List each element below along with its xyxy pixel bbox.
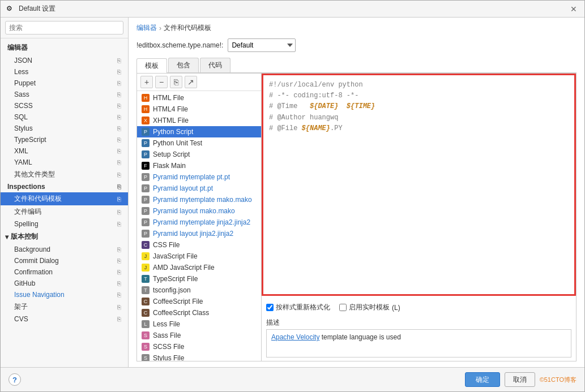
py-icon: P [142, 128, 150, 136]
sidebar-item-stylus[interactable]: Stylus⎘ [1, 123, 128, 134]
template-item-python-unit-test[interactable]: P Python Unit Test [137, 137, 261, 149]
remove-template-button[interactable]: − [155, 76, 168, 88]
template-item-pyramid-layout-mako[interactable]: P Pyramid layout mako.mako [137, 205, 261, 217]
breadcrumb-parent[interactable]: 编辑器 [136, 23, 157, 33]
close-button[interactable]: ✕ [569, 4, 579, 14]
apache-velocity-link[interactable]: Apache Velocity [271, 333, 319, 341]
sidebar-item-scss[interactable]: SCSS⎘ [1, 100, 128, 111]
ts-icon: T [142, 275, 150, 283]
template-item-setup-script[interactable]: P Setup Script [137, 149, 261, 160]
copy-icon-sql: ⎘ [117, 114, 121, 120]
html-icon: H [142, 94, 150, 102]
add-template-button[interactable]: + [140, 76, 153, 88]
realtime-checkbox-label[interactable]: 启用实时模板 (L) [339, 303, 400, 312]
template-item-javascript-file[interactable]: J JavaScript File [137, 251, 261, 262]
realtime-shortcut: (L) [392, 304, 400, 312]
sidebar-section-editor: 编辑器 [1, 41, 128, 55]
template-list: H HTML File H HTML4 File X XHTML File [137, 91, 261, 361]
template-item-pyramid-layout-pt[interactable]: P Pyramid layout pt.pt [137, 183, 261, 194]
sidebar-item-cvs[interactable]: CVS⎘ [1, 313, 128, 325]
bottom-bar: ? 确定 取消 ©51CTO博客 [1, 367, 584, 391]
description-text: template language is used [319, 333, 400, 341]
copy-icon-scss: ⎘ [117, 102, 121, 109]
scheme-label: !editbox.scheme.type.name!: [136, 41, 223, 49]
sidebar-item-background[interactable]: Background⎘ [1, 244, 128, 255]
coffee-icon-1: C [142, 298, 150, 305]
sidebar-section-version-control[interactable]: ▾ 版本控制 [1, 230, 128, 244]
copy-icon-stylus: ⎘ [117, 125, 121, 132]
template-item-html4-file[interactable]: H HTML4 File [137, 104, 261, 115]
export-template-button[interactable]: ↗ [185, 76, 197, 88]
sidebar-item-file-code-templates[interactable]: 文件和代码模板⎘ [1, 192, 128, 205]
sidebar-item-sql[interactable]: SQL⎘ [1, 111, 128, 123]
template-item-stylus-file[interactable]: S Stylus File [137, 352, 261, 361]
cancel-button[interactable]: 取消 [505, 372, 535, 387]
breadcrumb: 编辑器 › 文件和代码模板 [136, 23, 577, 33]
copy-icon-fct: ⎘ [117, 196, 121, 203]
template-list-panel: + − ⎘ ↗ H HTML File H HTML4 File [137, 74, 262, 361]
search-input[interactable] [5, 21, 123, 35]
code-line-4: # @Author huangwq [269, 113, 569, 123]
realtime-checkbox[interactable] [339, 304, 347, 311]
help-button[interactable]: ? [8, 373, 21, 386]
ok-button[interactable]: 确定 [465, 372, 500, 387]
template-item-flask-main[interactable]: F Flask Main [137, 160, 261, 171]
template-toolbar: + − ⎘ ↗ [137, 74, 261, 91]
template-item-python-script[interactable]: P Python Script [137, 126, 261, 137]
template-item-pyramid-layout-jinja2[interactable]: P Pyramid layout jinja2.jinja2 [137, 228, 261, 239]
copy-icon-other: ⎘ [117, 171, 121, 178]
template-item-typescript-file[interactable]: T TypeScript File [137, 273, 261, 285]
sidebar-item-confirmation[interactable]: Confirmation⎘ [1, 266, 128, 278]
sidebar-item-less[interactable]: Less⎘ [1, 66, 128, 77]
pyramid-icon-6: P [142, 230, 150, 238]
reformat-checkbox-label[interactable]: 按样式重新格式化 [266, 303, 330, 312]
template-item-coffeescript-file[interactable]: C CoffeeScript File [137, 296, 261, 307]
sidebar-item-shelf[interactable]: 架子⎘ [1, 300, 128, 313]
tab-include[interactable]: 包含 [168, 58, 199, 72]
template-item-pyramid-mytemplate-mako[interactable]: P Pyramid mytemplate mako.mako [137, 194, 261, 205]
sidebar-item-xml[interactable]: XML⎘ [1, 145, 128, 157]
sidebar-item-spelling[interactable]: Spelling⎘ [1, 218, 128, 230]
tab-template[interactable]: 模板 [136, 58, 167, 73]
template-item-amd-javascript-file[interactable]: J AMD JavaScript File [137, 262, 261, 273]
sidebar-item-puppet[interactable]: Puppet⎘ [1, 77, 128, 89]
app-icon: ⚙ [6, 5, 15, 14]
template-item-pyramid-mytemplate-pt[interactable]: P Pyramid mytemplate pt.pt [137, 171, 261, 183]
sidebar-item-json[interactable]: JSON⎘ [1, 55, 128, 66]
template-item-html-file[interactable]: H HTML File [137, 92, 261, 104]
code-editor[interactable]: #!/usr/local/env python # -*- coding:utf… [262, 74, 576, 296]
description-box: Apache Velocity template language is use… [266, 329, 571, 357]
sidebar-item-yaml[interactable]: YAML⎘ [1, 157, 128, 168]
sidebar-item-typescript[interactable]: TypeScript⎘ [1, 134, 128, 145]
template-item-less-file[interactable]: L Less File [137, 318, 261, 330]
sidebar-item-other[interactable]: 其他文件类型⎘ [1, 168, 128, 181]
copy-icon: ⎘ [117, 57, 121, 64]
sidebar-item-commit-dialog[interactable]: Commit Dialog⎘ [1, 255, 128, 266]
copy-icon-puppet: ⎘ [117, 80, 121, 87]
template-item-xhtml-file[interactable]: X XHTML File [137, 115, 261, 126]
tsconfig-icon: T [142, 286, 150, 294]
template-item-css-file[interactable]: C CSS File [137, 239, 261, 251]
sidebar-item-inspections[interactable]: Inspections⎘ [1, 181, 128, 192]
template-item-sass-file[interactable]: S Sass File [137, 330, 261, 341]
sidebar-item-sass[interactable]: Sass⎘ [1, 89, 128, 100]
copy-icon-conf: ⎘ [117, 269, 121, 275]
action-buttons: 确定 取消 ©51CTO博客 [465, 372, 577, 387]
reformat-checkbox[interactable] [266, 304, 274, 311]
template-item-pyramid-mytemplate-jinja2[interactable]: P Pyramid mytemplate jinja2.jinja2 [137, 217, 261, 228]
copy-icon-inspections: ⎘ [117, 183, 121, 190]
sidebar-item-github[interactable]: GitHub⎘ [1, 278, 128, 289]
sidebar-item-issue-navigation[interactable]: Issue Navigation⎘ [1, 289, 128, 300]
copy-icon-cd: ⎘ [117, 257, 121, 264]
template-item-coffeescript-class[interactable]: C CoffeeScript Class [137, 307, 261, 318]
tab-code[interactable]: 代码 [200, 58, 230, 72]
sidebar-item-file-encoding[interactable]: 文件编码⎘ [1, 205, 128, 218]
template-item-tsconfig-json[interactable]: T tsconfig.json [137, 285, 261, 296]
copy-template-button[interactable]: ⎘ [170, 76, 182, 88]
reformat-label: 按样式重新格式化 [276, 303, 330, 312]
scheme-select[interactable]: Default Project [228, 38, 296, 52]
sidebar: 编辑器 JSON⎘ Less⎘ Puppet⎘ Sass⎘ SCSS⎘ SQL⎘ [1, 18, 129, 367]
code-line-5: # @File ${NAME}.PY [269, 123, 569, 134]
template-item-scss-file[interactable]: S SCSS File [137, 341, 261, 352]
code-line-2: # -*- coding:utf-8 -*- [269, 91, 569, 101]
